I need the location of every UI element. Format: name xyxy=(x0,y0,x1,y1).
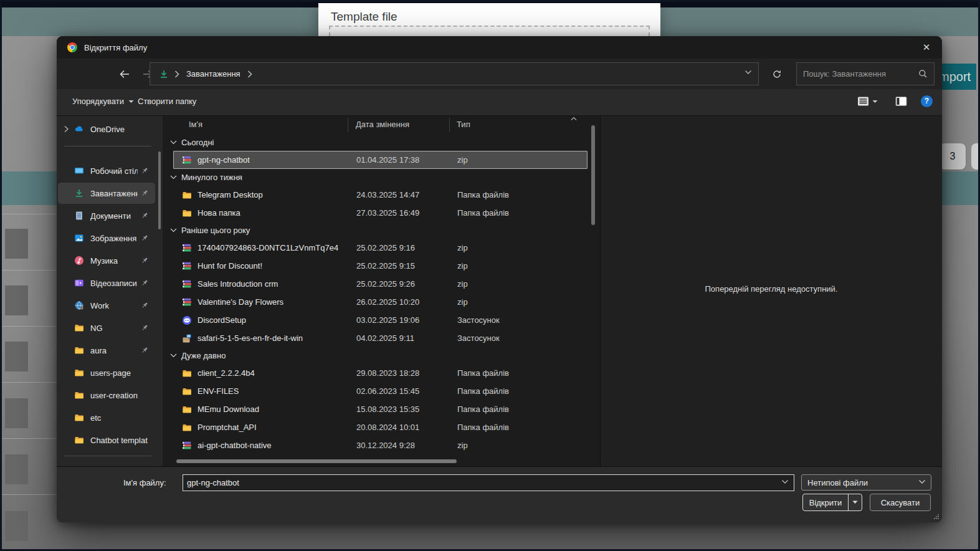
open-options-chevron[interactable] xyxy=(849,501,862,504)
file-row[interactable]: client_2.2.2.4b429.08.2023 18:28Папка фа… xyxy=(173,364,588,382)
back-button[interactable] xyxy=(117,67,132,82)
file-date-modified: 15.08.2023 15:35 xyxy=(356,405,419,414)
file-name: gpt-ng-chatbot xyxy=(197,155,250,165)
chevron-down-icon[interactable] xyxy=(781,479,789,484)
chevron-down-icon[interactable] xyxy=(170,353,179,358)
view-mode-icon[interactable] xyxy=(857,96,869,107)
sidebar-item-3-documents[interactable]: Документи xyxy=(58,205,155,226)
filename-input[interactable] xyxy=(187,475,773,491)
file-date-modified: 25.02.2025 9:15 xyxy=(356,261,415,271)
refresh-icon[interactable] xyxy=(769,66,785,82)
breadcrumb-folder[interactable]: Завантаження xyxy=(186,69,240,79)
sidebar-item-13-folder[interactable]: Chatbot templat xyxy=(58,429,155,451)
file-row[interactable]: DiscordSetup03.02.2025 19:06Застосунок xyxy=(173,311,588,329)
horizontal-scrollbar[interactable] xyxy=(167,459,599,463)
close-icon[interactable]: ✕ xyxy=(921,42,932,53)
file-date-modified: 29.08.2023 18:28 xyxy=(356,368,419,378)
sidebar-item-6-videos[interactable]: Відеозаписи xyxy=(58,272,155,294)
organize-button[interactable]: Упорядкувати xyxy=(72,97,134,106)
group-header[interactable]: Раніше цього року xyxy=(167,222,599,239)
chevron-down-icon[interactable] xyxy=(170,228,179,232)
sidebar-item-12-folder[interactable]: etc xyxy=(58,407,155,428)
cancel-button[interactable]: Скасувати xyxy=(870,494,931,511)
file-row[interactable]: 1740407924863-D0NTC1LzVnmTq7e425.02.2025… xyxy=(173,239,588,257)
file-type: Папка файлів xyxy=(457,208,509,218)
folder-file-icon xyxy=(182,386,192,396)
music-icon xyxy=(74,256,84,266)
sidebar-scrollbar[interactable] xyxy=(158,151,161,229)
view-mode-chevron[interactable] xyxy=(872,100,878,103)
breadcrumb-chevron-icon[interactable] xyxy=(247,69,253,79)
file-name: Нова папка xyxy=(197,208,240,218)
expand-chevron-icon[interactable] xyxy=(58,125,74,133)
sidebar-item-8-folder[interactable]: NG xyxy=(58,317,155,338)
file-row[interactable]: Telegram Desktop24.03.2025 14:47Папка фа… xyxy=(173,186,588,204)
folder-file-icon xyxy=(182,208,192,218)
address-bar[interactable]: Завантаження xyxy=(150,62,759,85)
pin-icon xyxy=(140,189,149,198)
template-file-modal: Template file xyxy=(318,3,660,36)
sidebar-item-0-onedrive[interactable]: OneDrive xyxy=(58,118,155,140)
group-label: Дуже давно xyxy=(181,351,226,360)
sidebar-item-label: Відеозаписи xyxy=(90,279,138,288)
file-row[interactable]: Нова папка27.03.2025 16:49Папка файлів xyxy=(173,204,588,222)
new-folder-button[interactable]: Створити папку xyxy=(138,97,196,106)
chevron-down-icon[interactable] xyxy=(170,140,179,145)
file-row[interactable]: gpt-ng-chatbot01.04.2025 17:38zip xyxy=(173,151,588,169)
group-header[interactable]: Сьогодні xyxy=(167,134,599,151)
file-row[interactable]: Sales Introduction crm25.02.2025 9:26zip xyxy=(173,275,588,293)
rar-file-icon xyxy=(182,297,192,307)
resize-grip[interactable] xyxy=(933,513,939,519)
sidebar-item-label: Музика xyxy=(90,256,138,266)
column-header-type[interactable]: Тип xyxy=(457,120,470,129)
group-header[interactable]: Дуже давно xyxy=(167,347,599,364)
discord-file-icon xyxy=(182,315,192,325)
file-drop-zone[interactable] xyxy=(329,26,650,36)
dialog-body: OneDriveРобочий стілЗавантаженняДокумент… xyxy=(57,116,942,466)
sidebar-item-2-downloads[interactable]: Завантаження xyxy=(58,183,155,204)
vertical-scrollbar[interactable] xyxy=(591,116,595,466)
column-header-name[interactable]: Ім'я xyxy=(189,120,202,129)
pin-icon xyxy=(140,234,149,242)
sidebar-item-label: NG xyxy=(90,323,138,333)
search-icon[interactable] xyxy=(918,69,928,79)
chevron-down-icon[interactable] xyxy=(170,175,179,180)
filetype-dropdown[interactable]: Нетипові файли xyxy=(801,474,931,491)
column-divider[interactable] xyxy=(449,118,450,132)
file-row[interactable]: Hunt for Discount!25.02.2025 9:15zip xyxy=(173,257,588,275)
file-row[interactable]: Valentine's Day Flowers26.02.2025 10:20z… xyxy=(173,293,588,311)
sidebar-item-label: Завантаження xyxy=(90,189,138,198)
pagination-page-3[interactable]: 3 xyxy=(940,143,966,170)
sidebar-item-10-folder[interactable]: users-page xyxy=(58,362,155,383)
file-row[interactable]: MEmu Download15.08.2023 15:35Папка файлі… xyxy=(173,400,588,418)
pin-icon xyxy=(140,301,149,310)
sidebar-item-7-work[interactable]: Work xyxy=(58,295,155,316)
screenshot-root: mport 3 Template file Відкриття файлу ✕ xyxy=(0,0,980,551)
file-date-modified: 25.02.2025 9:26 xyxy=(356,279,415,289)
file-name: Telegram Desktop xyxy=(197,190,263,199)
sidebar-item-9-folder[interactable]: aura xyxy=(58,340,155,361)
column-header-date[interactable]: Дата змінення xyxy=(356,120,409,129)
search-input[interactable] xyxy=(803,63,914,85)
sidebar-item-1-desktop[interactable]: Робочий стіл xyxy=(58,160,155,181)
help-icon[interactable]: ? xyxy=(921,95,933,107)
column-divider[interactable] xyxy=(348,118,348,132)
file-row[interactable]: ai-gpt-chatbot-native30.12.2024 9:28zip xyxy=(173,436,588,454)
file-name: ENV-FILES xyxy=(197,386,239,396)
sidebar-item-5-music[interactable]: Музика xyxy=(58,250,155,271)
file-row[interactable]: ENV-FILES02.06.2023 15:45Папка файлів xyxy=(173,382,588,400)
file-row[interactable]: Promptchat_API20.08.2024 10:01Папка файл… xyxy=(173,418,588,436)
open-button[interactable]: Відкрити xyxy=(802,494,862,511)
file-type: Застосунок xyxy=(457,333,500,343)
sidebar-item-11-folder[interactable]: user-creation xyxy=(58,385,155,406)
address-dropdown-chevron[interactable] xyxy=(745,70,752,75)
file-date-modified: 30.12.2024 9:28 xyxy=(356,441,415,450)
file-type: Папка файлів xyxy=(457,405,509,414)
file-name: ai-gpt-chatbot-native xyxy=(197,441,272,450)
sidebar-item-4-pictures[interactable]: Зображення xyxy=(58,228,155,249)
documents-icon xyxy=(74,211,84,221)
preview-pane-toggle-icon[interactable] xyxy=(895,96,907,107)
sidebar-item-label: Зображення xyxy=(90,234,138,243)
group-header[interactable]: Минулого тижня xyxy=(167,169,599,186)
file-row[interactable]: safari-5-1-5-es-en-fr-de-it-win04.02.202… xyxy=(173,329,588,347)
